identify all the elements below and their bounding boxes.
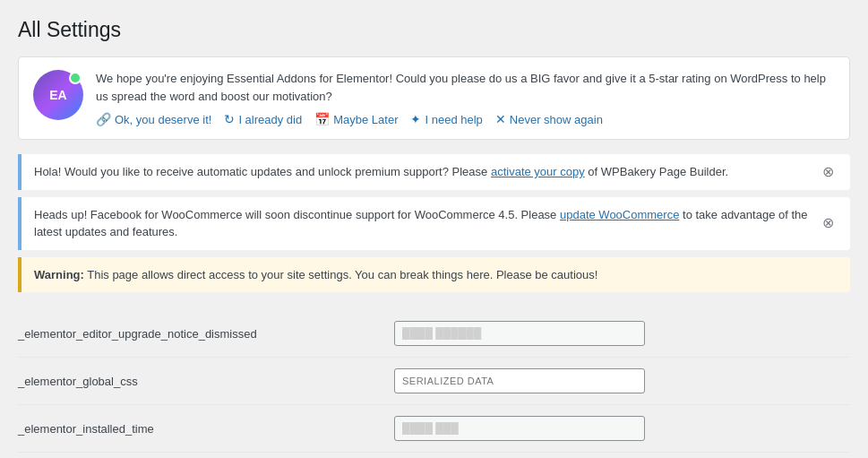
ea-banner-message: We hope you're enjoying Essential Addons… (96, 70, 835, 105)
setting-key: _elementor_installed_time (18, 422, 394, 436)
wpbakery-notice-text: Hola! Would you like to receive automati… (34, 163, 812, 181)
table-row: _site_transient_browser_01f7aec3f03fa333… (18, 453, 850, 458)
need-help-label: I need help (425, 113, 482, 126)
setting-input[interactable] (394, 416, 645, 441)
already-did-icon: ↻ (224, 112, 235, 126)
warning-notice-text: Warning: This page allows direct access … (34, 266, 838, 284)
ea-rating-banner: EA We hope you're enjoying Essential Add… (18, 56, 850, 140)
never-show-again-label: Never show again (510, 113, 603, 126)
need-help-link[interactable]: ✦ I need help (410, 112, 482, 126)
ea-banner-actions: 🔗 Ok, you deserve it! ↻ I already did 📅 … (96, 112, 835, 126)
ea-logo-text: EA (49, 88, 66, 102)
setting-key: _elementor_global_css (18, 375, 394, 388)
table-row: _elementor_global_css (18, 358, 850, 405)
maybe-later-label: Maybe Later (333, 113, 398, 126)
already-did-link[interactable]: ↻ I already did (224, 112, 302, 126)
woocommerce-dismiss-button[interactable]: ⊗ (819, 216, 838, 230)
never-show-icon: ✕ (495, 112, 506, 126)
setting-key: _elementor_editor_upgrade_notice_dismiss… (18, 327, 394, 341)
ok-deserve-it-label: Ok, you deserve it! (115, 113, 211, 126)
warning-label: Warning: (34, 268, 84, 281)
wpbakery-dismiss-button[interactable]: ⊗ (819, 165, 838, 179)
table-row: _elementor_installed_time (18, 405, 850, 453)
setting-input[interactable] (394, 321, 645, 346)
never-show-again-link[interactable]: ✕ Never show again (495, 112, 603, 126)
page-title: All Settings (18, 18, 850, 42)
setting-value-container (394, 321, 850, 346)
warning-notice: Warning: This page allows direct access … (18, 257, 850, 293)
settings-table: _elementor_editor_upgrade_notice_dismiss… (18, 310, 850, 458)
activate-copy-link[interactable]: activate your copy (491, 165, 585, 178)
ea-banner-content: We hope you're enjoying Essential Addons… (96, 70, 835, 126)
ok-icon: 🔗 (96, 112, 111, 126)
woocommerce-notice-text: Heads up! Facebook for WooCommerce will … (34, 206, 812, 241)
setting-value-container (394, 416, 850, 441)
ea-logo: EA (33, 70, 83, 120)
woocommerce-notice: Heads up! Facebook for WooCommerce will … (18, 197, 850, 250)
setting-input[interactable] (394, 368, 645, 393)
setting-value-container (394, 368, 850, 393)
maybe-later-icon: 📅 (314, 112, 330, 126)
maybe-later-link[interactable]: 📅 Maybe Later (314, 112, 398, 126)
ea-logo-badge (69, 72, 82, 84)
need-help-icon: ✦ (410, 112, 421, 126)
already-did-label: I already did (238, 113, 302, 126)
ok-deserve-it-link[interactable]: 🔗 Ok, you deserve it! (96, 112, 211, 126)
table-row: _elementor_editor_upgrade_notice_dismiss… (18, 310, 850, 358)
wpbakery-notice: Hola! Would you like to receive automati… (18, 154, 850, 190)
update-woocommerce-link[interactable]: update WooCommerce (560, 208, 679, 221)
